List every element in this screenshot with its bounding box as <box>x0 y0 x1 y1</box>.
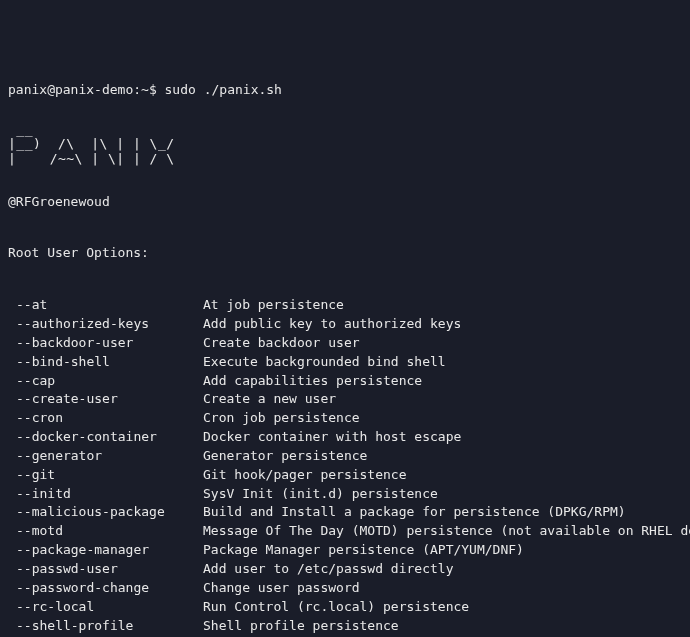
option-row: --cronCron job persistence <box>8 409 682 428</box>
option-flag: --cron <box>8 409 203 428</box>
option-flag: --shell-profile <box>8 617 203 636</box>
option-flag: --package-manager <box>8 541 203 560</box>
option-description: Docker container with host escape <box>203 428 682 447</box>
option-row: --docker-containerDocker container with … <box>8 428 682 447</box>
options-list: --atAt job persistence--authorized-keysA… <box>8 296 682 637</box>
option-row: --capAdd capabilities persistence <box>8 372 682 391</box>
option-flag: --password-change <box>8 579 203 598</box>
option-description: Shell profile persistence <box>203 617 682 636</box>
option-row: --gitGit hook/pager persistence <box>8 466 682 485</box>
option-row: --bind-shellExecute backgrounded bind sh… <box>8 353 682 372</box>
option-row: --atAt job persistence <box>8 296 682 315</box>
option-row: --backdoor-userCreate backdoor user <box>8 334 682 353</box>
option-description: Run Control (rc.local) persistence <box>203 598 682 617</box>
option-row: --motdMessage Of The Day (MOTD) persiste… <box>8 522 682 541</box>
option-description: Message Of The Day (MOTD) persistence (n… <box>203 522 690 541</box>
option-description: Add capabilities persistence <box>203 372 682 391</box>
option-flag: --at <box>8 296 203 315</box>
option-row: --initdSysV Init (init.d) persistence <box>8 485 682 504</box>
author-handle: @RFGroenewoud <box>8 193 682 212</box>
option-flag: --git <box>8 466 203 485</box>
ascii-banner: __ |__) /\ |\ | | \_/ | /~~\ | \| | / \ <box>8 123 682 166</box>
option-flag: --bind-shell <box>8 353 203 372</box>
option-description: At job persistence <box>203 296 682 315</box>
option-flag: --rc-local <box>8 598 203 617</box>
option-description: SysV Init (init.d) persistence <box>203 485 682 504</box>
option-flag: --generator <box>8 447 203 466</box>
option-row: --passwd-userAdd user to /etc/passwd dir… <box>8 560 682 579</box>
option-description: Package Manager persistence (APT/YUM/DNF… <box>203 541 682 560</box>
option-flag: --authorized-keys <box>8 315 203 334</box>
option-description: Add public key to authorized keys <box>203 315 682 334</box>
option-flag: --cap <box>8 372 203 391</box>
option-flag: --create-user <box>8 390 203 409</box>
option-row: --generatorGenerator persistence <box>8 447 682 466</box>
option-row: --rc-localRun Control (rc.local) persist… <box>8 598 682 617</box>
terminal-prompt[interactable]: panix@panix-demo:~$ sudo ./panix.sh <box>8 81 682 100</box>
option-row: --shell-profileShell profile persistence <box>8 617 682 636</box>
option-description: Cron job persistence <box>203 409 682 428</box>
option-description: Add user to /etc/passwd directly <box>203 560 682 579</box>
option-row: --package-managerPackage Manager persist… <box>8 541 682 560</box>
option-row: --malicious-packageBuild and Install a p… <box>8 503 682 522</box>
option-flag: --backdoor-user <box>8 334 203 353</box>
option-flag: --docker-container <box>8 428 203 447</box>
option-row: --create-userCreate a new user <box>8 390 682 409</box>
option-flag: --motd <box>8 522 203 541</box>
option-flag: --malicious-package <box>8 503 203 522</box>
option-description: Build and Install a package for persiste… <box>203 503 682 522</box>
option-row: --password-changeChange user password <box>8 579 682 598</box>
option-flag: --initd <box>8 485 203 504</box>
option-row: --authorized-keysAdd public key to autho… <box>8 315 682 334</box>
option-description: Create backdoor user <box>203 334 682 353</box>
option-description: Create a new user <box>203 390 682 409</box>
option-description: Change user password <box>203 579 682 598</box>
option-description: Execute backgrounded bind shell <box>203 353 682 372</box>
option-description: Generator persistence <box>203 447 682 466</box>
option-description: Git hook/pager persistence <box>203 466 682 485</box>
section-title: Root User Options: <box>8 244 682 263</box>
option-flag: --passwd-user <box>8 560 203 579</box>
